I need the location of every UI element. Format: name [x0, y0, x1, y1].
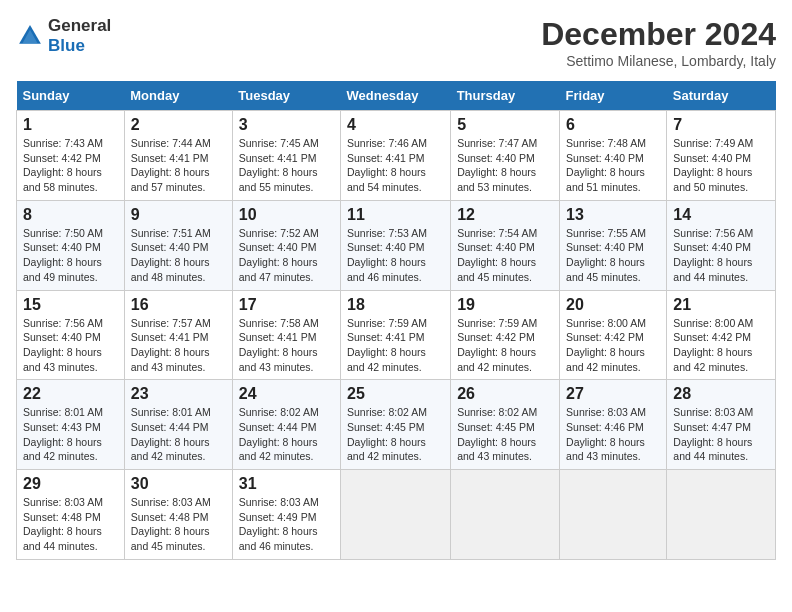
- calendar-cell: 10Sunrise: 7:52 AMSunset: 4:40 PMDayligh…: [232, 200, 340, 290]
- calendar-cell: 1Sunrise: 7:43 AMSunset: 4:42 PMDaylight…: [17, 111, 125, 201]
- day-info: Sunrise: 7:59 AMSunset: 4:41 PMDaylight:…: [347, 316, 444, 375]
- header-friday: Friday: [560, 81, 667, 111]
- day-info: Sunrise: 7:55 AMSunset: 4:40 PMDaylight:…: [566, 226, 660, 285]
- calendar-cell: 30Sunrise: 8:03 AMSunset: 4:48 PMDayligh…: [124, 470, 232, 560]
- header-wednesday: Wednesday: [340, 81, 450, 111]
- day-info: Sunrise: 7:53 AMSunset: 4:40 PMDaylight:…: [347, 226, 444, 285]
- day-info: Sunrise: 8:01 AMSunset: 4:44 PMDaylight:…: [131, 405, 226, 464]
- day-number: 29: [23, 475, 118, 493]
- day-info: Sunrise: 8:03 AMSunset: 4:49 PMDaylight:…: [239, 495, 334, 554]
- day-number: 19: [457, 296, 553, 314]
- calendar-cell: 17Sunrise: 7:58 AMSunset: 4:41 PMDayligh…: [232, 290, 340, 380]
- calendar-cell: 29Sunrise: 8:03 AMSunset: 4:48 PMDayligh…: [17, 470, 125, 560]
- calendar-cell: [340, 470, 450, 560]
- day-info: Sunrise: 8:02 AMSunset: 4:45 PMDaylight:…: [347, 405, 444, 464]
- calendar-cell: 6Sunrise: 7:48 AMSunset: 4:40 PMDaylight…: [560, 111, 667, 201]
- calendar-cell: [451, 470, 560, 560]
- day-info: Sunrise: 8:02 AMSunset: 4:44 PMDaylight:…: [239, 405, 334, 464]
- day-number: 30: [131, 475, 226, 493]
- day-info: Sunrise: 7:51 AMSunset: 4:40 PMDaylight:…: [131, 226, 226, 285]
- day-info: Sunrise: 8:03 AMSunset: 4:47 PMDaylight:…: [673, 405, 769, 464]
- logo-icon: [16, 22, 44, 50]
- calendar-cell: 20Sunrise: 8:00 AMSunset: 4:42 PMDayligh…: [560, 290, 667, 380]
- day-number: 2: [131, 116, 226, 134]
- calendar-table: SundayMondayTuesdayWednesdayThursdayFrid…: [16, 81, 776, 560]
- day-number: 1: [23, 116, 118, 134]
- day-info: Sunrise: 7:52 AMSunset: 4:40 PMDaylight:…: [239, 226, 334, 285]
- calendar-cell: 11Sunrise: 7:53 AMSunset: 4:40 PMDayligh…: [340, 200, 450, 290]
- day-info: Sunrise: 7:58 AMSunset: 4:41 PMDaylight:…: [239, 316, 334, 375]
- day-info: Sunrise: 7:56 AMSunset: 4:40 PMDaylight:…: [673, 226, 769, 285]
- calendar-cell: 18Sunrise: 7:59 AMSunset: 4:41 PMDayligh…: [340, 290, 450, 380]
- day-info: Sunrise: 8:01 AMSunset: 4:43 PMDaylight:…: [23, 405, 118, 464]
- day-info: Sunrise: 7:59 AMSunset: 4:42 PMDaylight:…: [457, 316, 553, 375]
- day-number: 25: [347, 385, 444, 403]
- calendar-week-1: 1Sunrise: 7:43 AMSunset: 4:42 PMDaylight…: [17, 111, 776, 201]
- day-info: Sunrise: 7:46 AMSunset: 4:41 PMDaylight:…: [347, 136, 444, 195]
- calendar-cell: 14Sunrise: 7:56 AMSunset: 4:40 PMDayligh…: [667, 200, 776, 290]
- calendar-cell: 12Sunrise: 7:54 AMSunset: 4:40 PMDayligh…: [451, 200, 560, 290]
- calendar-cell: [667, 470, 776, 560]
- calendar-cell: 25Sunrise: 8:02 AMSunset: 4:45 PMDayligh…: [340, 380, 450, 470]
- calendar-week-4: 22Sunrise: 8:01 AMSunset: 4:43 PMDayligh…: [17, 380, 776, 470]
- calendar-header-row: SundayMondayTuesdayWednesdayThursdayFrid…: [17, 81, 776, 111]
- day-info: Sunrise: 8:02 AMSunset: 4:45 PMDaylight:…: [457, 405, 553, 464]
- day-number: 15: [23, 296, 118, 314]
- day-number: 27: [566, 385, 660, 403]
- header-tuesday: Tuesday: [232, 81, 340, 111]
- day-number: 13: [566, 206, 660, 224]
- month-title: December 2024: [541, 16, 776, 53]
- day-number: 28: [673, 385, 769, 403]
- calendar-week-3: 15Sunrise: 7:56 AMSunset: 4:40 PMDayligh…: [17, 290, 776, 380]
- day-number: 23: [131, 385, 226, 403]
- calendar-cell: [560, 470, 667, 560]
- day-info: Sunrise: 7:43 AMSunset: 4:42 PMDaylight:…: [23, 136, 118, 195]
- day-number: 18: [347, 296, 444, 314]
- calendar-cell: 31Sunrise: 8:03 AMSunset: 4:49 PMDayligh…: [232, 470, 340, 560]
- location: Settimo Milanese, Lombardy, Italy: [541, 53, 776, 69]
- day-info: Sunrise: 7:56 AMSunset: 4:40 PMDaylight:…: [23, 316, 118, 375]
- day-number: 26: [457, 385, 553, 403]
- calendar-cell: 7Sunrise: 7:49 AMSunset: 4:40 PMDaylight…: [667, 111, 776, 201]
- calendar-cell: 21Sunrise: 8:00 AMSunset: 4:42 PMDayligh…: [667, 290, 776, 380]
- calendar-cell: 19Sunrise: 7:59 AMSunset: 4:42 PMDayligh…: [451, 290, 560, 380]
- day-info: Sunrise: 7:47 AMSunset: 4:40 PMDaylight:…: [457, 136, 553, 195]
- day-number: 20: [566, 296, 660, 314]
- day-number: 6: [566, 116, 660, 134]
- calendar-cell: 23Sunrise: 8:01 AMSunset: 4:44 PMDayligh…: [124, 380, 232, 470]
- header-thursday: Thursday: [451, 81, 560, 111]
- day-number: 5: [457, 116, 553, 134]
- day-info: Sunrise: 7:54 AMSunset: 4:40 PMDaylight:…: [457, 226, 553, 285]
- calendar-cell: 8Sunrise: 7:50 AMSunset: 4:40 PMDaylight…: [17, 200, 125, 290]
- day-number: 11: [347, 206, 444, 224]
- day-number: 24: [239, 385, 334, 403]
- day-number: 7: [673, 116, 769, 134]
- header-saturday: Saturday: [667, 81, 776, 111]
- day-info: Sunrise: 7:57 AMSunset: 4:41 PMDaylight:…: [131, 316, 226, 375]
- calendar-cell: 27Sunrise: 8:03 AMSunset: 4:46 PMDayligh…: [560, 380, 667, 470]
- calendar-cell: 2Sunrise: 7:44 AMSunset: 4:41 PMDaylight…: [124, 111, 232, 201]
- day-number: 12: [457, 206, 553, 224]
- day-number: 22: [23, 385, 118, 403]
- header-monday: Monday: [124, 81, 232, 111]
- calendar-cell: 15Sunrise: 7:56 AMSunset: 4:40 PMDayligh…: [17, 290, 125, 380]
- day-number: 17: [239, 296, 334, 314]
- day-info: Sunrise: 8:03 AMSunset: 4:46 PMDaylight:…: [566, 405, 660, 464]
- day-number: 10: [239, 206, 334, 224]
- calendar-cell: 24Sunrise: 8:02 AMSunset: 4:44 PMDayligh…: [232, 380, 340, 470]
- day-info: Sunrise: 8:03 AMSunset: 4:48 PMDaylight:…: [23, 495, 118, 554]
- day-info: Sunrise: 7:44 AMSunset: 4:41 PMDaylight:…: [131, 136, 226, 195]
- calendar-cell: 3Sunrise: 7:45 AMSunset: 4:41 PMDaylight…: [232, 111, 340, 201]
- day-info: Sunrise: 8:03 AMSunset: 4:48 PMDaylight:…: [131, 495, 226, 554]
- calendar-week-2: 8Sunrise: 7:50 AMSunset: 4:40 PMDaylight…: [17, 200, 776, 290]
- day-number: 8: [23, 206, 118, 224]
- calendar-cell: 9Sunrise: 7:51 AMSunset: 4:40 PMDaylight…: [124, 200, 232, 290]
- day-number: 9: [131, 206, 226, 224]
- calendar-cell: 5Sunrise: 7:47 AMSunset: 4:40 PMDaylight…: [451, 111, 560, 201]
- calendar-cell: 4Sunrise: 7:46 AMSunset: 4:41 PMDaylight…: [340, 111, 450, 201]
- calendar-cell: 22Sunrise: 8:01 AMSunset: 4:43 PMDayligh…: [17, 380, 125, 470]
- day-number: 4: [347, 116, 444, 134]
- day-info: Sunrise: 7:50 AMSunset: 4:40 PMDaylight:…: [23, 226, 118, 285]
- page-header: General Blue December 2024 Settimo Milan…: [16, 16, 776, 69]
- logo: General Blue: [16, 16, 111, 56]
